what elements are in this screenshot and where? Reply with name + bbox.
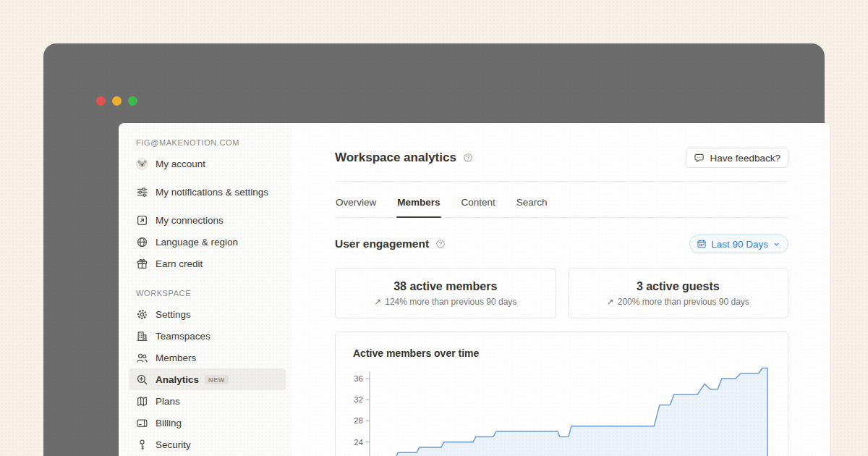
window-titlebar xyxy=(43,43,825,80)
sidebar-item-my-account[interactable]: My account xyxy=(129,153,286,174)
chart-title: Active members over time xyxy=(353,347,770,359)
sidebar-item-label: Members xyxy=(156,351,196,365)
arrow-box-icon xyxy=(136,214,148,227)
svg-text:24: 24 xyxy=(354,438,363,447)
stat-card: 38 active members↗124% more than previou… xyxy=(335,268,556,318)
engagement-title: User engagement xyxy=(335,237,429,250)
people-icon xyxy=(136,352,148,364)
sidebar-item-language-region[interactable]: Language & region xyxy=(129,231,286,253)
trend-up-icon: ↗ xyxy=(607,297,614,307)
sidebar-item-security[interactable]: Security xyxy=(129,434,286,455)
account-email: FIG@MAKENOTION.COM xyxy=(129,132,286,153)
sidebar-item-my-connections[interactable]: My connections xyxy=(129,209,286,231)
analytics-tabs: OverviewMembersContentSearch xyxy=(335,182,788,218)
chart-card: Active members over time 363228242016 xyxy=(335,332,788,456)
stat-delta-text: 124% more than previous 90 days xyxy=(385,297,516,307)
page-header: Workspace analytics Have feedback? xyxy=(335,148,788,168)
engagement-header: User engagement Last 90 Days xyxy=(335,233,788,255)
key-icon xyxy=(136,439,148,451)
sidebar-item-label: My notifications & settings xyxy=(156,185,268,199)
help-circle-icon[interactable] xyxy=(463,153,473,163)
tab-members[interactable]: Members xyxy=(396,191,441,217)
stat-delta: ↗200% more than previous 90 days xyxy=(607,297,749,307)
workspace-section-label: WORKSPACE xyxy=(129,274,286,303)
settings-dialog: FIG@MAKENOTION.COM My accountMy notifica… xyxy=(119,123,830,456)
page-background: FIG@MAKENOTION.COM My accountMy notifica… xyxy=(0,0,868,456)
sidebar-item-settings[interactable]: Settings xyxy=(129,303,286,325)
main-content: Workspace analytics Have feedback? Overv… xyxy=(292,123,830,456)
svg-text:32: 32 xyxy=(354,395,363,404)
close-button[interactable] xyxy=(96,96,106,106)
sidebar-item-label: Language & region xyxy=(156,235,238,249)
sidebar-item-label: Earn credit xyxy=(156,257,203,271)
stat-value: 38 active members xyxy=(393,280,497,293)
page-title: Workspace analytics xyxy=(335,151,456,165)
sidebar-item-label: Analytics xyxy=(156,373,199,387)
svg-text:36: 36 xyxy=(354,374,363,383)
workspace-section: SettingsTeamspacesMembersAnalyticsNEWPla… xyxy=(129,303,286,456)
sidebar-item-my-notifications-settings[interactable]: My notifications & settings xyxy=(129,174,286,209)
zoom-plus-icon xyxy=(136,373,148,386)
tab-content[interactable]: Content xyxy=(461,191,496,217)
globe-icon xyxy=(136,236,148,248)
calendar-icon xyxy=(697,239,707,249)
card-icon xyxy=(136,417,148,429)
building-icon xyxy=(136,330,148,342)
gear-icon xyxy=(136,308,148,321)
account-section: My accountMy notifications & settingsMy … xyxy=(129,153,286,274)
gift-icon xyxy=(136,258,148,270)
feedback-bubble-icon xyxy=(694,153,705,164)
sidebar-item-analytics[interactable]: AnalyticsNEW xyxy=(129,368,286,390)
date-range-label: Last 90 Days xyxy=(711,239,768,250)
sidebar-item-billing[interactable]: Billing xyxy=(129,412,286,434)
have-feedback-button[interactable]: Have feedback? xyxy=(686,148,788,168)
stat-delta-text: 200% more than previous 90 days xyxy=(618,297,749,307)
sidebar-item-label: My account xyxy=(156,157,205,171)
settings-sidebar: FIG@MAKENOTION.COM My accountMy notifica… xyxy=(119,123,292,456)
have-feedback-label: Have feedback? xyxy=(710,153,780,164)
chevron-down-icon xyxy=(773,240,780,248)
trend-up-icon: ↗ xyxy=(374,297,381,307)
zoom-button[interactable] xyxy=(128,96,137,106)
minimize-button[interactable] xyxy=(112,96,122,106)
sidebar-item-label: Security xyxy=(156,438,191,452)
tab-search[interactable]: Search xyxy=(516,191,548,217)
map-icon xyxy=(136,395,148,408)
sidebar-item-plans[interactable]: Plans xyxy=(129,390,286,412)
sidebar-item-label: Teamspaces xyxy=(156,329,210,343)
date-range-button[interactable]: Last 90 Days xyxy=(689,235,788,253)
stat-delta: ↗124% more than previous 90 days xyxy=(374,297,516,307)
active-members-chart: 363228242016 xyxy=(353,367,770,456)
sidebar-item-label: Settings xyxy=(156,308,191,321)
sidebar-item-label: Plans xyxy=(156,394,180,408)
sidebar-item-label: Billing xyxy=(156,416,182,430)
sidebar-item-label: My connections xyxy=(156,214,224,227)
stat-value: 3 active guests xyxy=(637,280,720,293)
tab-overview[interactable]: Overview xyxy=(335,191,377,217)
svg-text:28: 28 xyxy=(354,416,363,425)
sidebar-item-earn-credit[interactable]: Earn credit xyxy=(129,253,286,274)
sliders-icon xyxy=(136,186,148,198)
sidebar-item-members[interactable]: Members xyxy=(129,347,286,368)
stat-card: 3 active guests↗200% more than previous … xyxy=(568,268,789,318)
sidebar-item-teamspaces[interactable]: Teamspaces xyxy=(129,325,286,347)
app-window: FIG@MAKENOTION.COM My accountMy notifica… xyxy=(43,43,825,456)
help-circle-icon[interactable] xyxy=(435,239,446,249)
new-badge: NEW xyxy=(205,375,229,384)
avatar-koala xyxy=(136,158,148,170)
stat-cards: 38 active members↗124% more than previou… xyxy=(335,268,788,318)
